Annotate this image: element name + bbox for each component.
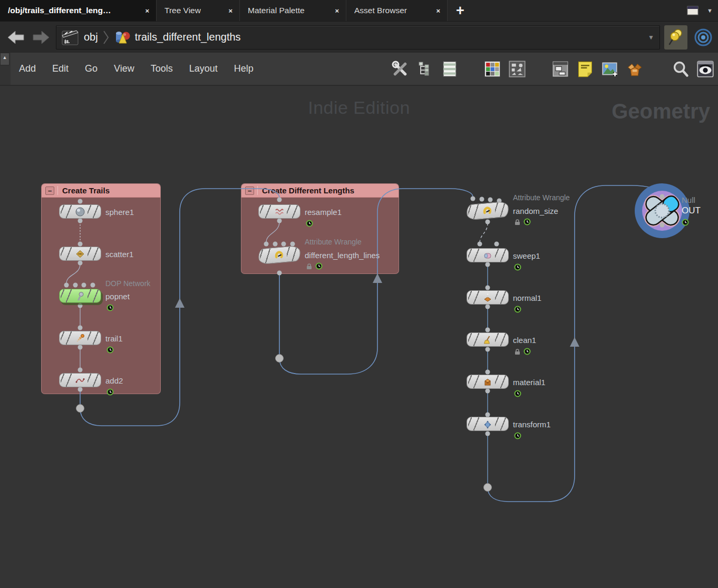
node-shape[interactable]	[467, 332, 509, 347]
add-network-box-button[interactable]	[551, 60, 569, 78]
tab-close-icon[interactable]: ×	[139, 7, 149, 15]
menu-tools[interactable]: Tools	[151, 63, 173, 74]
node-transform1[interactable]: transform1	[467, 417, 509, 431]
radial-menu-button[interactable]	[692, 25, 715, 50]
node-different-length-lines[interactable]: Attribute Wrangle different_length_lines	[258, 247, 300, 263]
tab-close-icon[interactable]: ×	[430, 7, 440, 15]
path-dropdown-arrow[interactable]: ▼	[648, 34, 654, 41]
menu-layout[interactable]: Layout	[189, 63, 218, 74]
forward-button[interactable]	[31, 28, 52, 46]
breadcrumb-separator-icon	[103, 30, 109, 45]
tab-close-icon[interactable]: ×	[222, 7, 232, 15]
network-path-field[interactable]: obj trails_different_lengths ▼	[56, 25, 660, 50]
background-image-icon	[601, 60, 619, 78]
locked-badge-icon	[514, 348, 521, 355]
color-palette-button[interactable]	[483, 60, 501, 78]
menu-go[interactable]: Go	[85, 63, 98, 74]
search-icon	[672, 60, 690, 78]
color-palette-icon	[483, 60, 501, 78]
time-dependent-badge-icon	[514, 390, 521, 397]
menu-edit[interactable]: Edit	[52, 63, 69, 74]
sweep-icon	[482, 250, 493, 261]
wire-arrow	[175, 298, 185, 308]
back-button[interactable]	[5, 28, 26, 46]
tab-network-editor[interactable]: /obj/trails_different_leng… ×	[0, 0, 157, 21]
node-name: clean1	[513, 335, 536, 344]
tab-asset-browser[interactable]: Asset Browser ×	[346, 0, 448, 21]
node-resample1[interactable]: resample1	[258, 204, 300, 219]
tree-view-button[interactable]	[416, 60, 434, 78]
menu-help[interactable]: Help	[234, 63, 254, 74]
tab-close-icon[interactable]: ×	[328, 7, 339, 15]
transform-icon	[482, 419, 493, 429]
toolbar-collapse-button[interactable]: ▲	[0, 53, 9, 65]
pane-layout-icon[interactable]	[687, 5, 698, 16]
node-shape[interactable]	[467, 248, 509, 262]
node-type-label: Null	[682, 195, 701, 204]
pane-menu-arrow[interactable]: ▼	[707, 7, 713, 14]
node-badges	[514, 432, 521, 439]
network-editor-menubar: ▲ Add Edit Go View Tools Layout Help	[0, 53, 718, 86]
node-type-label: Attribute Wrangle	[513, 193, 570, 202]
search-button[interactable]	[672, 60, 690, 78]
node-random-size[interactable]: Attribute Wrangle random_size	[467, 203, 509, 219]
tab-material-palette[interactable]: Material Palette ×	[240, 0, 346, 21]
node-name: sweep1	[513, 251, 540, 260]
node-popnet[interactable]: DOP Network popnet	[59, 289, 101, 303]
node-shape[interactable]	[59, 373, 101, 387]
node-name: add2	[105, 376, 123, 385]
new-tab-button[interactable]: +	[448, 0, 473, 21]
breadcrumb-obj[interactable]: obj	[61, 28, 98, 47]
menu-view[interactable]: View	[114, 63, 134, 74]
node-sphere1[interactable]: sphere1	[59, 204, 101, 219]
node-shape[interactable]	[466, 201, 509, 221]
node-shape[interactable]	[467, 290, 509, 305]
node-shape[interactable]	[59, 289, 101, 303]
tab-label: Material Palette	[248, 6, 305, 15]
list-view-button[interactable]	[441, 60, 459, 78]
node-name: random_size	[513, 207, 558, 215]
node-badges	[106, 346, 114, 354]
geometry-icon	[114, 29, 131, 46]
node-material1[interactable]: material1	[467, 375, 509, 389]
node-shape[interactable]	[59, 331, 101, 345]
node-trail1[interactable]: trail1	[59, 331, 101, 345]
time-dependent-badge-icon	[315, 262, 323, 270]
node-shape[interactable]	[59, 204, 101, 219]
time-dependent-badge-icon	[106, 304, 114, 311]
node-shape[interactable]	[467, 375, 509, 389]
node-add2[interactable]: add2	[59, 373, 101, 387]
background-image-button[interactable]	[601, 60, 619, 78]
node-name: sphere1	[105, 207, 134, 216]
menu-add[interactable]: Add	[19, 63, 36, 74]
network-box-icon	[551, 60, 569, 78]
wire-dots[interactable]	[76, 355, 492, 492]
node-badges	[682, 219, 701, 226]
tab-tree-view[interactable]: Tree View ×	[157, 0, 240, 21]
asset-browser-button[interactable]	[626, 60, 644, 78]
radial-menu-icon	[693, 27, 713, 47]
node-shape[interactable]	[467, 417, 509, 431]
node-name: transform1	[513, 419, 551, 428]
node-scatter1[interactable]: scatter1	[59, 247, 101, 261]
node-shape[interactable]	[59, 247, 101, 261]
pin-network-button[interactable]	[664, 25, 687, 50]
time-dependent-badge-icon	[523, 218, 531, 226]
parameters-tools-button[interactable]	[391, 60, 409, 78]
shapes-palette-button[interactable]	[508, 60, 526, 78]
node-name: material1	[513, 377, 546, 386]
node-connectors[interactable]	[64, 197, 502, 436]
node-sweep1[interactable]: sweep1	[467, 248, 509, 262]
node-shape[interactable]	[258, 204, 300, 219]
node-name: normal1	[513, 293, 541, 302]
node-normal1[interactable]: normal1	[467, 290, 509, 305]
network-editor-canvas[interactable]: Indie Edition Geometry – Create Trails –…	[0, 86, 718, 588]
tools-icon	[392, 61, 409, 77]
add-sticky-note-button[interactable]	[576, 60, 594, 78]
node-shape[interactable]	[258, 246, 301, 265]
time-dependent-badge-icon	[106, 346, 114, 354]
time-dependent-badge-icon	[306, 220, 313, 227]
node-clean1[interactable]: clean1	[467, 332, 509, 347]
visibility-button[interactable]	[696, 60, 714, 78]
breadcrumb-current[interactable]: trails_different_lengths	[114, 29, 241, 46]
